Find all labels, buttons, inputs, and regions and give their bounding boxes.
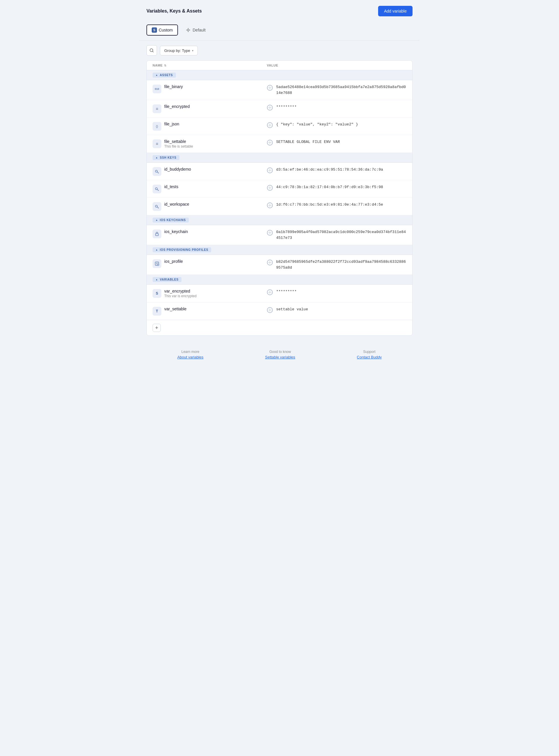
row-value: ********* bbox=[276, 289, 297, 295]
table-row: T var_settable settable value bbox=[147, 302, 412, 320]
footer-learn-more: Learn more About variables bbox=[177, 350, 204, 359]
globe-icon bbox=[267, 185, 273, 191]
section-provisioning-label: ▲ IOS PROVISIONING PROFILES bbox=[153, 247, 211, 252]
row-name: ios_profile bbox=[164, 259, 183, 264]
svg-point-10 bbox=[156, 188, 158, 190]
section-assets-header: ▲ ASSETS bbox=[147, 70, 412, 80]
variables-collapse-icon: ▲ bbox=[156, 278, 158, 281]
ssh-key-icon bbox=[153, 167, 161, 176]
svg-point-7 bbox=[156, 170, 158, 173]
globe-icon bbox=[267, 202, 273, 208]
row-desc: This file is settable bbox=[164, 144, 193, 148]
add-row-button[interactable]: + bbox=[153, 324, 161, 332]
toolbar: Group by: Type ▾ bbox=[139, 41, 420, 60]
variables-table: NAME ⇅ VALUE ▲ ASSETS 010 file_binary 5a… bbox=[147, 60, 412, 336]
row-value: settable value bbox=[276, 306, 308, 312]
ssh-key-icon bbox=[153, 202, 161, 211]
footer: Learn more About variables Good to know … bbox=[139, 340, 420, 366]
row-name: var_settable bbox=[164, 306, 186, 311]
svg-point-5 bbox=[150, 49, 153, 52]
file-encrypted-icon: ≡ bbox=[153, 105, 161, 113]
table-row: id_tests 44:c9:78:3b:1a:82:17:04:0b:b7:9… bbox=[147, 180, 412, 198]
globe-icon bbox=[267, 289, 273, 295]
tab-custom[interactable]: S Custom bbox=[147, 24, 178, 36]
search-button[interactable] bbox=[147, 45, 157, 56]
settable-variables-link[interactable]: Settable variables bbox=[265, 355, 295, 359]
file-binary-icon: 010 bbox=[153, 85, 161, 93]
table-row: ios_keychain 0a1b7899e905a4f0ad57082aca9… bbox=[147, 225, 412, 245]
row-name: file_json bbox=[164, 122, 179, 126]
col-value-header: VALUE bbox=[267, 64, 407, 67]
row-value: 0a1b7899e905a4f0ad57082aca9c1dc000c259e7… bbox=[276, 229, 407, 240]
row-value: b82d5479685965dfe2fa388022f2f72ccd93adf9… bbox=[276, 259, 407, 270]
table-row: ≡ file_encrypted ********* bbox=[147, 100, 412, 117]
row-value: 5adae526488e14cea993d5b73685aa9415bbfa7e… bbox=[276, 84, 407, 96]
globe-icon bbox=[267, 85, 273, 91]
section-variables-label: ▲ VARIABLES bbox=[153, 277, 181, 282]
group-by-button[interactable]: Group by: Type ▾ bbox=[160, 46, 198, 55]
group-by-label: Group by: Type bbox=[164, 48, 190, 53]
tab-default[interactable]: Default bbox=[180, 24, 211, 36]
section-keychains-header: ▲ IOS KEYCHAINS bbox=[147, 215, 412, 225]
assets-collapse-icon: ▲ bbox=[156, 74, 158, 76]
svg-point-0 bbox=[187, 29, 189, 31]
ssh-collapse-icon: ▲ bbox=[156, 156, 158, 159]
keychain-icon bbox=[153, 230, 161, 238]
row-value: SETTABLE GLOBAL FILE ENV VAR bbox=[276, 139, 340, 145]
row-value: 1d:f6:c7:76:bb:bc:5d:e3:e9:81:0e:4a:77:e… bbox=[276, 202, 383, 208]
table-row: ios_profile b82d5479685965dfe2fa388022f2… bbox=[147, 255, 412, 275]
provisioning-collapse-icon: ▲ bbox=[156, 249, 158, 251]
row-value: { "key": "value", "key2": "value2" } bbox=[276, 122, 358, 128]
globe-icon bbox=[267, 230, 273, 236]
sort-icon: ⇅ bbox=[164, 64, 166, 67]
profile-icon bbox=[153, 259, 161, 268]
section-variables-header: ▲ VARIABLES bbox=[147, 275, 412, 285]
file-settable-icon: ≡ bbox=[153, 139, 161, 148]
row-name: id_tests bbox=[164, 184, 178, 189]
default-tab-icon bbox=[185, 27, 191, 33]
add-variable-button[interactable]: Add variable bbox=[378, 6, 412, 16]
footer-learn-more-label: Learn more bbox=[181, 350, 199, 354]
row-value: 44:c9:78:3b:1a:82:17:04:0b:b7:9f:d9:e3:3… bbox=[276, 184, 383, 190]
globe-icon bbox=[267, 167, 273, 173]
about-variables-link[interactable]: About variables bbox=[177, 355, 204, 359]
row-value: d3:5a:ef:be:46:dc:ea:c9:95:51:78:54:36:d… bbox=[276, 167, 383, 173]
tab-default-label: Default bbox=[193, 28, 205, 32]
page-title: Variables, Keys & Assets bbox=[147, 8, 202, 14]
footer-good-to-know-label: Good to know bbox=[269, 350, 291, 354]
table-header: NAME ⇅ VALUE bbox=[147, 61, 412, 70]
var-encrypted-icon: S bbox=[153, 289, 161, 298]
row-name: var_encrypted bbox=[164, 289, 197, 293]
keychains-collapse-icon: ▲ bbox=[156, 219, 158, 221]
footer-good-to-know: Good to know Settable variables bbox=[265, 350, 295, 359]
row-name: id_buddydemo bbox=[164, 167, 191, 171]
row-value-col: 5adae526488e14cea993d5b73685aa9415bbfa7e… bbox=[267, 84, 407, 96]
file-json-icon: {} bbox=[153, 122, 161, 131]
table-row: ≡ file_settable This file is settable SE… bbox=[147, 135, 412, 153]
row-name: file_encrypted bbox=[164, 104, 189, 109]
add-row-area: + bbox=[147, 320, 412, 336]
table-row: 010 file_binary 5adae526488e14cea993d5b7… bbox=[147, 80, 412, 100]
row-name: file_settable bbox=[164, 139, 193, 144]
var-settable-icon: T bbox=[153, 307, 161, 316]
tab-custom-label: Custom bbox=[159, 28, 173, 32]
tab-bar: S Custom Default bbox=[139, 22, 420, 41]
globe-icon bbox=[267, 140, 273, 145]
footer-support: Support Contact Buddy bbox=[357, 350, 382, 359]
footer-support-label: Support bbox=[363, 350, 376, 354]
row-name-col: 010 file_binary bbox=[153, 84, 267, 93]
table-row: id_workspace 1d:f6:c7:76:bb:bc:5d:e3:e9:… bbox=[147, 198, 412, 215]
table-row: id_buddydemo d3:5a:ef:be:46:dc:ea:c9:95:… bbox=[147, 163, 412, 180]
svg-rect-16 bbox=[156, 234, 158, 236]
table-row: {} file_json { "key": "value", "key2": "… bbox=[147, 117, 412, 135]
globe-icon bbox=[267, 307, 273, 313]
section-ssh-label: ▲ SSH KEYS bbox=[153, 155, 179, 160]
row-desc: This var is encrypted bbox=[164, 294, 197, 298]
globe-icon bbox=[267, 105, 273, 111]
col-name-header: NAME ⇅ bbox=[153, 64, 267, 67]
svg-point-13 bbox=[156, 205, 158, 207]
ssh-key-icon bbox=[153, 185, 161, 193]
section-keychains-label: ▲ IOS KEYCHAINS bbox=[153, 217, 189, 223]
contact-buddy-link[interactable]: Contact Buddy bbox=[357, 355, 382, 359]
table-row: S var_encrypted This var is encrypted **… bbox=[147, 285, 412, 302]
